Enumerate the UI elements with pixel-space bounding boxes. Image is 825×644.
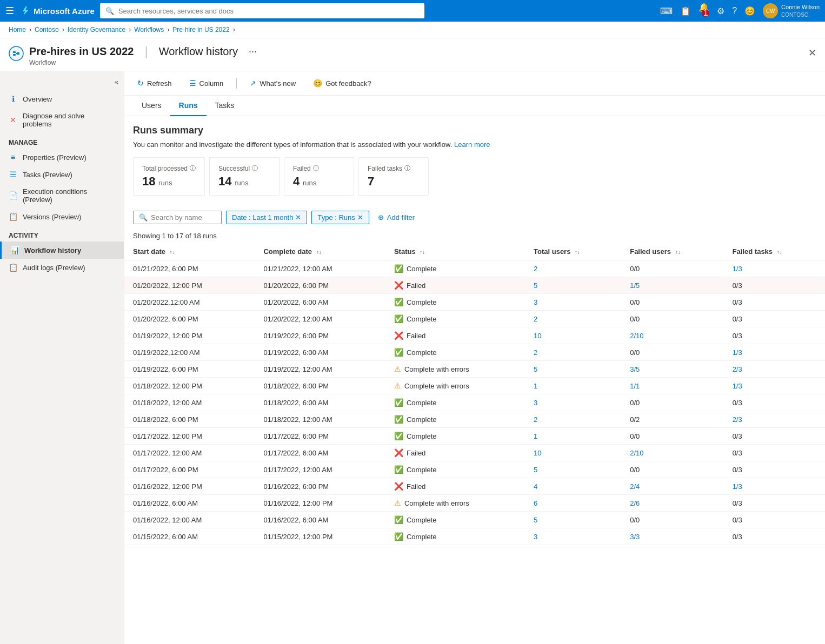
type-filter-close-icon[interactable]: ✕ (357, 213, 363, 222)
failed-users-link[interactable]: 3/5 (630, 365, 640, 373)
tab-runs[interactable]: Runs (170, 96, 207, 116)
breadcrumb-contoso[interactable]: Contoso (35, 26, 59, 33)
total-users-link[interactable]: 5 (534, 365, 537, 373)
total-users-link[interactable]: 6 (534, 499, 537, 507)
total-users-cell[interactable]: 2 (525, 311, 621, 327)
failed-users-cell[interactable]: 1/5 (621, 277, 723, 294)
failed-tasks-link[interactable]: 1/3 (733, 265, 742, 273)
total-users-cell[interactable]: 5 (525, 277, 621, 294)
sidebar-item-diagnose[interactable]: ✕ Diagnose and solve problems (0, 108, 124, 132)
successful-info-icon[interactable]: ⓘ (252, 164, 258, 172)
search-filter[interactable]: 🔍 (133, 211, 222, 224)
failed-users-cell[interactable]: 0/0 (621, 512, 723, 528)
failed-tasks-cell[interactable]: 0/3 (724, 495, 825, 512)
failed-users-cell[interactable]: 2/4 (621, 478, 723, 495)
sidebar-item-properties[interactable]: ≡ Properties (Preview) (0, 149, 124, 166)
failed-tasks-cell[interactable]: 1/3 (724, 260, 825, 277)
failed-tasks-link[interactable]: 2/3 (733, 365, 742, 373)
user-avatar[interactable]: CW Connie Wilson CONTOSO (763, 3, 820, 18)
feedback-icon[interactable]: 😊 (744, 6, 755, 16)
total-users-link[interactable]: 3 (534, 533, 537, 541)
failed-info-icon[interactable]: ⓘ (313, 164, 319, 172)
total-users-link[interactable]: 10 (534, 449, 541, 457)
total-users-cell[interactable]: 10 (525, 445, 621, 461)
global-search-bar[interactable]: 🔍 (100, 3, 424, 18)
total-users-cell[interactable]: 4 (525, 478, 621, 495)
failed-users-cell[interactable]: 0/0 (621, 260, 723, 277)
total-users-link[interactable]: 2 (534, 415, 537, 424)
failed-tasks-cell[interactable]: 0/3 (724, 428, 825, 445)
total-users-link[interactable]: 4 (534, 482, 537, 491)
failed-tasks-cell[interactable]: 1/3 (724, 378, 825, 394)
failed-tasks-cell[interactable]: 0/3 (724, 512, 825, 528)
sidebar-item-workflow-history[interactable]: 📊 Workflow history (0, 242, 124, 259)
failed-tasks-link[interactable]: 1/3 (733, 348, 742, 357)
help-icon[interactable]: ? (732, 6, 737, 16)
failed-users-cell[interactable]: 2/6 (621, 495, 723, 512)
date-filter-tag[interactable]: Date : Last 1 month ✕ (226, 211, 307, 224)
sidebar-item-overview[interactable]: ℹ Overview (0, 90, 124, 108)
tab-tasks[interactable]: Tasks (207, 96, 243, 116)
failed-tasks-link[interactable]: 1/3 (733, 482, 742, 491)
failed-tasks-cell[interactable]: 0/3 (724, 394, 825, 411)
failed-tasks-cell[interactable]: 0/3 (724, 311, 825, 327)
total-users-cell[interactable]: 3 (525, 294, 621, 311)
date-filter-close-icon[interactable]: ✕ (295, 213, 301, 222)
failed-users-cell[interactable]: 1/1 (621, 378, 723, 394)
total-users-cell[interactable]: 2 (525, 260, 621, 277)
failed-users-cell[interactable]: 0/0 (621, 461, 723, 478)
failed-users-link[interactable]: 2/4 (630, 482, 640, 491)
failed-tasks-cell[interactable]: 0/3 (724, 277, 825, 294)
total-users-cell[interactable]: 5 (525, 361, 621, 378)
breadcrumb-home[interactable]: Home (9, 26, 26, 33)
failed-users-cell[interactable]: 3/5 (621, 361, 723, 378)
sidebar-item-tasks[interactable]: ☰ Tasks (Preview) (0, 166, 124, 183)
failed-tasks-cell[interactable]: 1/3 (724, 478, 825, 495)
failed-users-cell[interactable]: 0/0 (621, 311, 723, 327)
failed-users-cell[interactable]: 2/10 (621, 445, 723, 461)
failed-users-link[interactable]: 2/10 (630, 332, 643, 340)
feedback-button[interactable]: 😊 Got feedback? (309, 77, 376, 90)
total-users-cell[interactable]: 1 (525, 378, 621, 394)
search-input[interactable] (118, 7, 419, 15)
notifications-icon[interactable]: 🔔 1 (698, 2, 709, 20)
ellipsis-button[interactable]: ··· (249, 46, 257, 57)
failed-users-link[interactable]: 2/6 (630, 499, 640, 507)
total-users-link[interactable]: 3 (534, 298, 537, 306)
failed-tasks-cell[interactable]: 0/3 (724, 445, 825, 461)
refresh-button[interactable]: ↻ Refresh (133, 77, 176, 90)
failed-tasks-cell[interactable]: 0/3 (724, 294, 825, 311)
total-users-cell[interactable]: 2 (525, 344, 621, 361)
failed-tasks-cell[interactable]: 1/3 (724, 344, 825, 361)
search-by-name-input[interactable] (151, 213, 216, 222)
total-users-link[interactable]: 2 (534, 315, 537, 323)
failed-users-cell[interactable]: 0/0 (621, 394, 723, 411)
total-users-cell[interactable]: 6 (525, 495, 621, 512)
col-total-users[interactable]: Total users ↑↓ (525, 243, 621, 260)
failed-users-link[interactable]: 1/1 (630, 382, 640, 390)
settings-icon[interactable]: ⚙ (717, 6, 724, 16)
total-users-cell[interactable]: 3 (525, 394, 621, 411)
failed-users-cell[interactable]: 0/2 (621, 411, 723, 428)
breadcrumb-identity-governance[interactable]: Identity Governance (68, 26, 125, 33)
failed-tasks-cell[interactable]: 0/3 (724, 528, 825, 545)
total-users-link[interactable]: 5 (534, 466, 537, 474)
learn-more-link[interactable]: Learn more (454, 140, 490, 149)
col-failed-tasks[interactable]: Failed tasks ↑↓ (724, 243, 825, 260)
total-users-cell[interactable]: 2 (525, 411, 621, 428)
portal-settings-icon[interactable]: 📋 (680, 6, 691, 16)
hamburger-menu[interactable]: ☰ (5, 5, 14, 17)
type-filter-tag[interactable]: Type : Runs ✕ (311, 211, 369, 224)
collapse-icon[interactable]: « (115, 78, 118, 86)
failed-users-cell[interactable]: 0/0 (621, 344, 723, 361)
failed-users-cell[interactable]: 2/10 (621, 327, 723, 344)
total-users-link[interactable]: 2 (534, 348, 537, 357)
total-users-link[interactable]: 1 (534, 382, 537, 390)
total-users-link[interactable]: 2 (534, 265, 537, 273)
add-filter-button[interactable]: ⊕ Add filter (374, 211, 419, 224)
total-users-link[interactable]: 5 (534, 281, 537, 290)
tab-users[interactable]: Users (133, 96, 170, 116)
col-start-date[interactable]: Start date ↑↓ (124, 243, 255, 260)
failed-tasks-info-icon[interactable]: ⓘ (404, 164, 410, 172)
total-users-link[interactable]: 1 (534, 432, 537, 440)
